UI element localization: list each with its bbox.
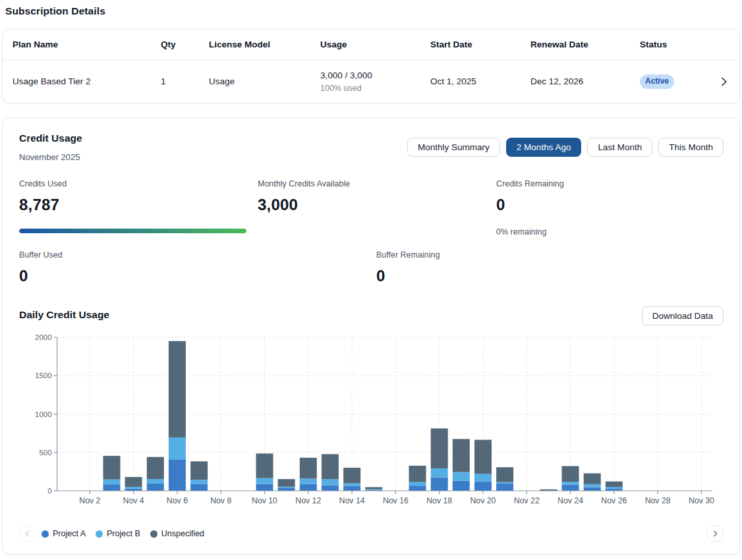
bar-segment-project-a[interactable] — [190, 484, 208, 491]
bar-nov-25[interactable] — [584, 473, 601, 491]
bar-segment-project-b[interactable] — [431, 468, 448, 478]
bar-nov-15[interactable] — [365, 487, 382, 491]
bar-segment-project-a[interactable] — [474, 482, 492, 491]
bar-nov-21[interactable] — [496, 467, 513, 491]
bar-segment-unspecified[interactable] — [125, 477, 142, 487]
bar-segment-project-b[interactable] — [409, 482, 426, 486]
bar-nov-26[interactable] — [606, 482, 623, 491]
bar-segment-unspecified[interactable] — [431, 428, 448, 468]
bar-segment-project-b[interactable] — [496, 482, 513, 484]
bar-segment-unspecified[interactable] — [474, 440, 492, 474]
bar-segment-unspecified[interactable] — [256, 453, 273, 478]
x-tick-label: Nov 20 — [470, 496, 496, 505]
bar-segment-project-b[interactable] — [190, 480, 208, 484]
bar-segment-project-a[interactable] — [256, 484, 273, 491]
bar-segment-unspecified[interactable] — [343, 468, 360, 484]
bar-segment-project-b[interactable] — [125, 487, 142, 489]
legend-item-unspecified[interactable]: Unspecified — [150, 529, 204, 538]
bar-segment-project-b[interactable] — [147, 479, 164, 484]
bar-nov-10[interactable] — [256, 453, 273, 491]
bar-nov-4[interactable] — [125, 477, 142, 491]
bar-segment-project-b[interactable] — [322, 479, 339, 485]
bar-segment-unspecified[interactable] — [584, 473, 601, 484]
bar-segment-unspecified[interactable] — [147, 457, 164, 479]
legend-item-project-a[interactable]: Project A — [42, 529, 86, 538]
y-tick-label: 1500 — [35, 372, 52, 379]
bar-segment-project-a[interactable] — [322, 486, 339, 491]
license-model-cell: Usage — [209, 76, 320, 86]
x-tick-label: Nov 22 — [514, 496, 540, 505]
bar-segment-unspecified[interactable] — [606, 482, 623, 487]
bar-nov-24[interactable] — [562, 466, 579, 491]
bar-segment-project-b[interactable] — [300, 478, 317, 484]
bar-segment-project-a[interactable] — [278, 488, 295, 491]
bar-segment-project-a[interactable] — [584, 487, 601, 491]
bar-segment-unspecified[interactable] — [496, 467, 513, 482]
legend-item-project-b[interactable]: Project B — [96, 529, 140, 538]
monthly-credits-available-stat: Monthly Credits Available 3,000 — [258, 179, 496, 237]
bar-segment-unspecified[interactable] — [365, 487, 382, 489]
legend-prev-button[interactable] — [18, 525, 36, 542]
bar-nov-7[interactable] — [190, 461, 208, 491]
bar-segment-project-a[interactable] — [453, 481, 470, 491]
last-month-button[interactable]: Last Month — [587, 138, 652, 157]
bar-nov-19[interactable] — [453, 439, 470, 491]
bar-segment-project-b[interactable] — [169, 437, 186, 459]
bar-segment-unspecified[interactable] — [103, 456, 121, 480]
bar-segment-unspecified[interactable] — [300, 458, 317, 479]
bar-segment-project-a[interactable] — [103, 484, 121, 491]
bar-nov-18[interactable] — [431, 428, 448, 491]
bar-nov-17[interactable] — [409, 466, 426, 491]
bar-segment-project-a[interactable] — [169, 459, 186, 491]
bar-nov-20[interactable] — [474, 440, 492, 491]
bar-segment-project-a[interactable] — [343, 486, 360, 491]
y-tick-label: 1000 — [35, 410, 52, 418]
bar-segment-unspecified[interactable] — [169, 341, 186, 437]
bar-segment-project-b[interactable] — [584, 484, 601, 488]
legend-dot-unspecified — [150, 530, 157, 538]
bar-segment-unspecified[interactable] — [562, 466, 579, 482]
bar-segment-project-a[interactable] — [300, 484, 317, 491]
bar-nov-14[interactable] — [343, 468, 360, 491]
bar-segment-project-b[interactable] — [453, 472, 470, 481]
bar-segment-unspecified[interactable] — [409, 466, 426, 482]
x-tick-label: Nov 18 — [426, 496, 452, 505]
bar-segment-unspecified[interactable] — [190, 461, 208, 480]
bar-nov-3[interactable] — [103, 456, 121, 491]
bar-segment-unspecified[interactable] — [278, 479, 295, 487]
bar-nov-5[interactable] — [147, 457, 164, 491]
bar-nov-6[interactable] — [169, 341, 186, 491]
bar-nov-13[interactable] — [322, 454, 339, 491]
bar-segment-project-b[interactable] — [562, 482, 579, 485]
bar-segment-project-b[interactable] — [474, 474, 492, 482]
download-data-button[interactable]: Download Data — [642, 306, 724, 325]
bar-segment-project-b[interactable] — [278, 487, 295, 488]
buffer-used-value: 0 — [19, 267, 376, 285]
monthly-summary-button[interactable]: Monthly Summary — [407, 138, 500, 157]
bar-segment-project-a[interactable] — [562, 485, 579, 491]
bar-segment-project-b[interactable] — [365, 490, 382, 490]
bar-nov-12[interactable] — [300, 458, 317, 491]
bar-segment-project-a[interactable] — [147, 484, 164, 491]
row-expand-button[interactable] — [719, 76, 729, 87]
bar-segment-unspecified[interactable] — [453, 439, 470, 472]
bar-segment-project-b[interactable] — [606, 487, 623, 489]
renewal-date-cell: Dec 12, 2026 — [530, 76, 640, 86]
buffer-remaining-stat: Buffer Remaining 0 — [376, 250, 723, 285]
bar-segment-project-a[interactable] — [496, 483, 513, 491]
bar-segment-project-a[interactable] — [409, 486, 426, 491]
column-header-plan-name: Plan Name — [13, 40, 161, 49]
monthly-credits-available-label: Monthly Credits Available — [258, 179, 496, 189]
table-row[interactable]: Usage Based Tier 2 1 Usage 3,000 / 3,000… — [3, 60, 739, 103]
bar-nov-11[interactable] — [278, 479, 295, 491]
legend-next-button[interactable] — [706, 525, 724, 542]
two-months-ago-button[interactable]: 2 Months Ago — [506, 138, 582, 157]
bar-segment-unspecified[interactable] — [322, 454, 339, 479]
this-month-button[interactable]: This Month — [658, 138, 724, 157]
period-button-group: Monthly Summary 2 Months Ago Last Month … — [407, 138, 724, 162]
credits-remaining-stat: Credits Remaining 0 0% remaining — [496, 179, 723, 237]
bar-segment-project-a[interactable] — [431, 478, 448, 491]
bar-segment-project-b[interactable] — [256, 478, 273, 484]
bar-segment-project-b[interactable] — [103, 480, 121, 485]
bar-segment-project-b[interactable] — [343, 484, 360, 486]
